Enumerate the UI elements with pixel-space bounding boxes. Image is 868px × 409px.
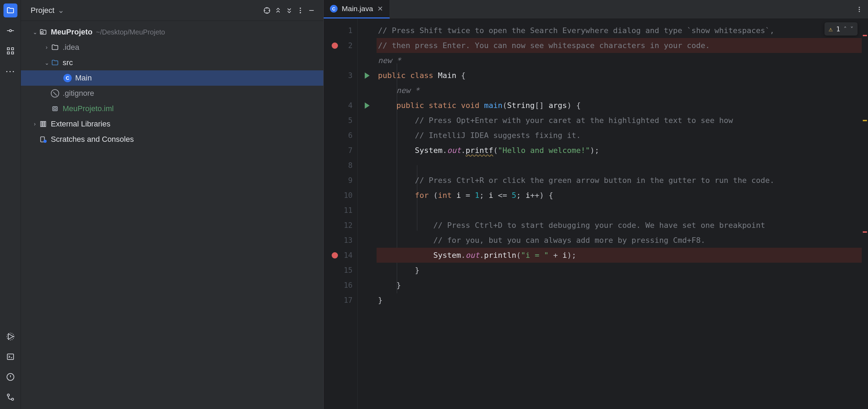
gutter-line[interactable]: 1 — [324, 23, 357, 38]
gutter-line[interactable]: 17 — [324, 293, 357, 308]
tab-menu-icon[interactable] — [851, 0, 868, 18]
gutter-line[interactable]: 4 — [324, 98, 357, 113]
gutter-line[interactable]: 11 — [324, 203, 357, 218]
tree-item-idea[interactable]: .idea — [21, 40, 323, 55]
more-tools-icon[interactable]: ⋯ — [3, 64, 17, 78]
code-line[interactable]: // for you, but you can always add more … — [377, 233, 862, 248]
gutter-line[interactable]: 15 — [324, 263, 357, 278]
run-icon[interactable] — [365, 72, 370, 79]
gutter-line[interactable]: 13 — [324, 233, 357, 248]
tree-root[interactable]: MeuProjeto ~/Desktop/MeuProjeto — [21, 24, 323, 40]
gutter-line[interactable]: 3 — [324, 68, 357, 83]
chevron-right-icon[interactable] — [31, 121, 38, 127]
tree-item-external-libs[interactable]: External Libraries — [21, 116, 323, 132]
chevron-down-icon[interactable] — [43, 60, 50, 66]
line-number: 13 — [340, 236, 353, 245]
gutter-line[interactable]: 14 — [324, 248, 357, 263]
commit-tool-icon[interactable] — [3, 24, 17, 38]
tree-item-main[interactable]: C Main — [21, 70, 323, 86]
code-line[interactable]: // IntelliJ IDEA suggests fixing it. — [377, 128, 862, 143]
run-icon[interactable] — [365, 102, 370, 109]
svg-rect-16 — [53, 107, 57, 111]
code-line[interactable]: public static void main(String[] args) { — [377, 98, 862, 113]
tree-item-iml[interactable]: MeuProjeto.iml — [21, 101, 323, 116]
tree-item-scratches[interactable]: Scratches and Consoles — [21, 132, 323, 147]
tree-label: .gitignore — [63, 89, 94, 98]
hide-panel-icon[interactable] — [306, 5, 317, 16]
stripe-breakpoint-mark[interactable] — [863, 35, 867, 36]
tree-root-path: ~/Desktop/MeuProjeto — [96, 28, 165, 36]
svg-point-12 — [300, 7, 301, 9]
code-editor[interactable]: ⚠ 1 ˄ ˅ 1234567891011121314151617 // Pre… — [324, 19, 868, 409]
terminal-tool-icon[interactable] — [3, 350, 17, 364]
code-line[interactable]: public class Main { — [377, 68, 862, 83]
library-icon — [38, 119, 48, 129]
left-tool-strip: ⋯ — [0, 0, 21, 409]
code-line[interactable]: // then press Enter. You can now see whi… — [377, 38, 862, 53]
svg-point-9 — [7, 394, 9, 396]
tree-label: .idea — [63, 43, 79, 52]
code-line[interactable]: System.out.printf("Hello and welcome!"); — [377, 143, 862, 158]
gutter-line[interactable]: 9 — [324, 173, 357, 188]
code-line[interactable] — [377, 158, 862, 173]
project-panel-title[interactable]: Project ⌄ — [31, 6, 64, 15]
code-line[interactable]: // Press Ctrl+R or click the green arrow… — [377, 173, 862, 188]
line-number: 7 — [340, 146, 353, 155]
gutter-line[interactable]: 5 — [324, 113, 357, 128]
panel-options-icon[interactable] — [295, 5, 306, 16]
svg-point-10 — [11, 398, 14, 400]
vcs-tool-icon[interactable] — [3, 390, 17, 404]
gutter-line[interactable]: 6 — [324, 128, 357, 143]
svg-point-24 — [859, 9, 860, 10]
svg-rect-15 — [41, 32, 44, 33]
code-line[interactable]: for (int i = 1; i <= 5; i++) { — [377, 188, 862, 203]
gutter-line[interactable]: 12 — [324, 218, 357, 233]
close-tab-icon[interactable]: ✕ — [377, 5, 383, 13]
code-line[interactable]: } — [377, 263, 862, 278]
tree-label: External Libraries — [51, 119, 110, 129]
structure-tool-icon[interactable] — [3, 44, 17, 58]
tree-root-name: MeuProjeto — [51, 28, 93, 36]
line-number: 14 — [340, 251, 353, 260]
code-line[interactable]: // Press Opt+Enter with your caret at th… — [377, 113, 862, 128]
gutter-line[interactable]: 2 — [324, 38, 357, 53]
code-line[interactable]: // Press Shift twice to open the Search … — [377, 23, 862, 38]
code-body[interactable]: // Press Shift twice to open the Search … — [377, 19, 862, 409]
breakpoint-icon[interactable] — [332, 252, 338, 258]
editor-tab-main[interactable]: C Main.java ✕ — [324, 0, 390, 18]
icon-gutter[interactable] — [358, 19, 377, 409]
code-line[interactable]: } — [377, 293, 862, 308]
line-number: 1 — [340, 26, 353, 35]
services-tool-icon[interactable] — [3, 330, 17, 344]
editor-area: C Main.java ✕ ⚠ 1 ˄ ˅ 123456789101112131… — [324, 0, 868, 409]
svg-rect-4 — [11, 52, 14, 54]
gutter-line[interactable]: 8 — [324, 158, 357, 173]
code-line[interactable] — [377, 203, 862, 218]
stripe-warning-mark[interactable] — [863, 120, 867, 121]
chevron-right-icon[interactable] — [43, 44, 50, 51]
expand-all-icon[interactable] — [273, 5, 284, 16]
svg-point-23 — [859, 7, 860, 8]
project-tool-icon[interactable] — [3, 3, 17, 17]
chevron-down-icon[interactable] — [31, 29, 38, 36]
source-folder-icon — [50, 58, 60, 68]
collapse-all-icon[interactable] — [284, 5, 295, 16]
select-opened-file-icon[interactable] — [261, 5, 273, 16]
scratches-icon — [38, 134, 48, 144]
class-icon: C — [63, 74, 72, 82]
gutter-line[interactable]: 16 — [324, 278, 357, 293]
breakpoint-icon[interactable] — [332, 43, 338, 49]
gutter-line[interactable]: 7 — [324, 143, 357, 158]
gutter-line[interactable]: 10 — [324, 188, 357, 203]
tree-item-src[interactable]: src — [21, 55, 323, 70]
line-number-gutter[interactable]: 1234567891011121314151617 — [324, 19, 358, 409]
problems-tool-icon[interactable] — [3, 370, 17, 384]
svg-rect-3 — [7, 52, 9, 54]
error-stripe[interactable] — [862, 19, 868, 409]
code-line[interactable]: // Press Ctrl+D to start debugging your … — [377, 218, 862, 233]
stripe-breakpoint-mark[interactable] — [863, 231, 867, 233]
code-line[interactable]: } — [377, 278, 862, 293]
code-line[interactable]: System.out.println("i = " + i); — [377, 248, 862, 263]
line-number: 5 — [340, 116, 353, 125]
tree-item-gitignore[interactable]: .gitignore — [21, 86, 323, 101]
